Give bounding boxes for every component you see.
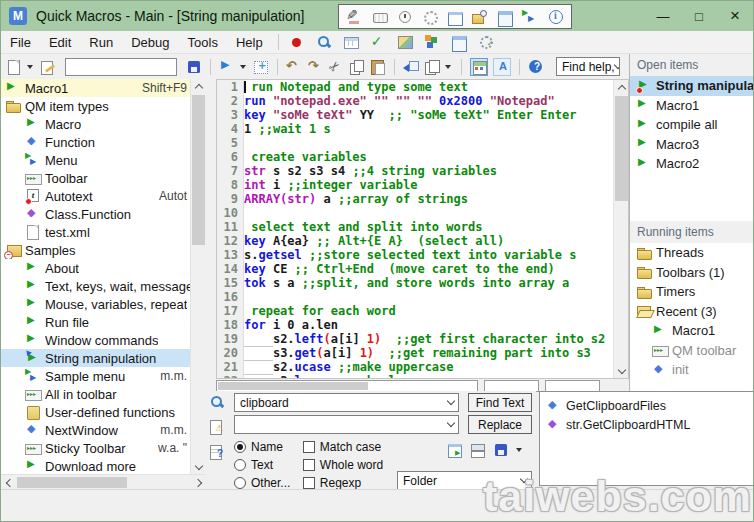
- clock-icon[interactable]: [397, 9, 413, 25]
- tree-item-toolbar[interactable]: Toolbar: [1, 169, 190, 187]
- radio-other[interactable]: Other...: [234, 475, 303, 490]
- checkbox-regexp[interactable]: Regexp: [303, 475, 397, 490]
- menu-run[interactable]: Run: [80, 32, 122, 53]
- pen-icon[interactable]: [347, 9, 363, 25]
- scroll-thumb[interactable]: [192, 95, 205, 245]
- save-icon[interactable]: [493, 442, 509, 458]
- save-icon[interactable]: [186, 59, 202, 75]
- window-icon[interactable]: [447, 9, 463, 25]
- tree-item-macro1[interactable]: Macro1Shift+F9: [1, 79, 190, 97]
- nav-back-icon[interactable]: [403, 59, 419, 75]
- code-line[interactable]: 2run "notepad.exe" "" "" "" 0x2800 "Note…: [217, 94, 628, 108]
- code-line[interactable]: 41 ;;wait 1 s: [217, 122, 628, 136]
- code-line[interactable]: 14key CE ;; Ctrl+End (move caret to the …: [217, 262, 628, 276]
- run-icon[interactable]: [219, 59, 235, 75]
- tree-horizontal-scrollbar[interactable]: [1, 474, 206, 489]
- minimize-button[interactable]: —: [645, 1, 681, 31]
- colors-icon[interactable]: [424, 34, 440, 50]
- open-item-macro3[interactable]: Macro3: [630, 135, 754, 155]
- code-line[interactable]: 15tok s a ;;split, and store words into …: [217, 276, 628, 290]
- maximize-button[interactable]: □: [681, 1, 717, 31]
- code-line[interactable]: 10: [217, 206, 628, 220]
- replace-text-combo[interactable]: [234, 415, 459, 434]
- keyboard-icon[interactable]: [372, 9, 388, 25]
- caret-icon[interactable]: [516, 442, 524, 458]
- close-button[interactable]: ×: [717, 1, 753, 31]
- tree-item-menu[interactable]: Menu: [1, 151, 190, 169]
- options-icon[interactable]: [478, 34, 494, 50]
- menu-debug[interactable]: Debug: [122, 32, 178, 53]
- caret-icon[interactable]: [27, 59, 35, 75]
- code-line[interactable]: 6 create variables: [217, 150, 628, 164]
- scroll-down-arrow[interactable]: [191, 459, 206, 474]
- code-line[interactable]: 21 s2.ucase ;;make uppercase: [217, 360, 628, 374]
- checkbox-match-case[interactable]: Match case: [303, 439, 397, 454]
- find-window-icon[interactable]: [472, 9, 488, 25]
- toolbar-search-input[interactable]: [65, 58, 177, 76]
- tree-item-about[interactable]: About: [1, 259, 190, 277]
- tree-item-text-keys-wait-messages[interactable]: Text, keys, wait, messages: [1, 277, 190, 295]
- code-line[interactable]: 12key A{ea} ;; Alt+{E A} (select all): [217, 234, 628, 248]
- picture-icon[interactable]: [397, 34, 413, 50]
- code-line[interactable]: 11 select text and split into words: [217, 220, 628, 234]
- tree-item-function[interactable]: Function: [1, 133, 190, 151]
- split-window-icon[interactable]: [470, 442, 486, 458]
- code-line[interactable]: 20 s3.get(a[i] 1) ;;get remaining part i…: [217, 346, 628, 360]
- code-line[interactable]: 7str s s2 s3 s4 ;;4 string variables: [217, 164, 628, 178]
- tree-item-window-commands[interactable]: Window commands: [1, 331, 190, 349]
- tree-item-mouse-variables-repeat[interactable]: Mouse, variables, repeat: [1, 295, 190, 313]
- open-item-compile-all[interactable]: compile all: [630, 115, 754, 135]
- tree-vertical-scrollbar[interactable]: [190, 79, 206, 474]
- scroll-right-arrow[interactable]: [191, 475, 206, 490]
- caret-icon[interactable]: [445, 59, 453, 75]
- code-line[interactable]: 8int i ;;integer variable: [217, 178, 628, 192]
- tree-item-string-manipulation[interactable]: String manipulation: [1, 349, 190, 367]
- editor-vertical-scrollbar[interactable]: [613, 80, 628, 378]
- running-item-recent-3[interactable]: Recent (3): [630, 302, 754, 322]
- search-icon[interactable]: [209, 394, 225, 410]
- code-line[interactable]: 19 s2.left(a[i] 1) ;;get first character…: [217, 332, 628, 346]
- code-line[interactable]: 16: [217, 290, 628, 304]
- caret-icon[interactable]: [240, 59, 248, 75]
- tree-item-run-file[interactable]: Run file: [1, 313, 190, 331]
- copy-icon[interactable]: [349, 59, 365, 75]
- properties-icon[interactable]: [40, 59, 56, 75]
- scroll-thumb[interactable]: [615, 96, 628, 201]
- find-help-combo[interactable]: Find help,: [556, 57, 620, 76]
- checkbox-whole-word[interactable]: Whole word: [303, 457, 397, 472]
- tree-item-autotext[interactable]: AutotextAutot: [1, 187, 190, 205]
- running-item-timers[interactable]: Timers: [630, 282, 754, 302]
- code-line[interactable]: 17 repeat for each word: [217, 304, 628, 318]
- redo-icon[interactable]: [307, 59, 323, 75]
- scroll-thumb[interactable]: [17, 477, 127, 488]
- find-text-button[interactable]: Find Text: [468, 393, 532, 412]
- tree-item-user-defined-functions[interactable]: User-defined functions: [1, 403, 190, 421]
- scroll-down-arrow[interactable]: [614, 363, 629, 378]
- check-icon[interactable]: [370, 34, 386, 50]
- running-item-init[interactable]: init: [630, 360, 754, 380]
- tree-item-nextwindow[interactable]: NextWindowm.m.: [1, 421, 190, 439]
- tree-item-samples[interactable]: Samples: [1, 241, 190, 259]
- text-view-icon[interactable]: [493, 58, 511, 76]
- code-view-icon[interactable]: [470, 58, 488, 76]
- code-line[interactable]: 9ARRAY(str) a ;;array of strings: [217, 192, 628, 206]
- open-item-macro1[interactable]: Macro1: [630, 96, 754, 116]
- fields-icon[interactable]: [343, 34, 359, 50]
- result-item-getclipboardfiles[interactable]: GetClipboardFiles: [540, 396, 754, 415]
- tree-item-sticky-toolbar[interactable]: Sticky Toolbarw.a. ": [1, 439, 190, 457]
- dialog-icon[interactable]: [497, 9, 513, 25]
- scroll-left-arrow[interactable]: [1, 475, 16, 490]
- result-item-str-getclipboardhtml[interactable]: str.GetClipboardHTML: [540, 415, 754, 434]
- running-item-macro1[interactable]: Macro1: [630, 321, 754, 341]
- code-line[interactable]: 3key "soMe teXt" YY ;; "soMe teXt" Enter…: [217, 108, 628, 122]
- radio-name[interactable]: Name: [234, 439, 303, 454]
- undo-icon[interactable]: [286, 59, 302, 75]
- running-item-toolbars-1[interactable]: Toolbars (1): [630, 263, 754, 283]
- record-icon[interactable]: [289, 34, 305, 50]
- menu-tools[interactable]: Tools: [179, 32, 227, 53]
- scroll-up-arrow[interactable]: [191, 79, 206, 94]
- radio-text[interactable]: Text: [234, 457, 303, 472]
- code-line[interactable]: 1 run Notepad and type some text: [217, 80, 628, 94]
- dialog-icon[interactable]: [451, 34, 467, 50]
- menu-help[interactable]: Help: [227, 32, 272, 53]
